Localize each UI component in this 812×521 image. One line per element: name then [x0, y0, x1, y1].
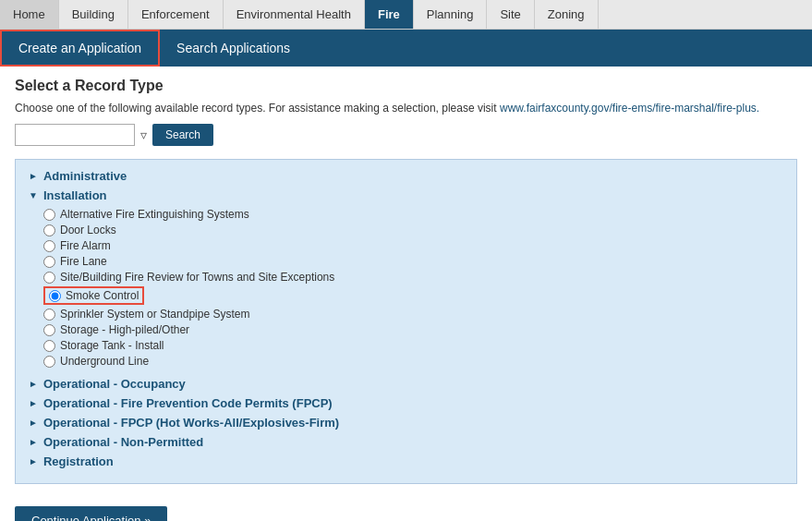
search-applications-btn[interactable]: Search Applications [160, 31, 307, 65]
radio-site-building-fire-review[interactable] [43, 272, 55, 284]
label-smoke-control[interactable]: Smoke Control [66, 289, 139, 302]
radio-door-locks[interactable] [43, 224, 55, 236]
label-storage-tank-install[interactable]: Storage Tank - Install [60, 339, 164, 352]
nav-tab-enforcement[interactable]: Enforcement [128, 0, 224, 29]
label-underground-line[interactable]: Underground Line [60, 355, 149, 368]
assistance-link[interactable]: www.fairfaxcounty.gov/fire-ems/fire-mars… [500, 102, 759, 115]
nav-tab-planning[interactable]: Planning [414, 0, 488, 29]
group-registration[interactable]: ► Registration [29, 454, 783, 468]
instruction-main: Choose one of the following available re… [15, 102, 266, 115]
group-operational-occupancy-label: Operational - Occupancy [43, 377, 186, 391]
record-list-container: ► Administrative ▼ Installation Alternat… [15, 159, 797, 484]
group-operational-fpcp[interactable]: ► Operational - Fire Prevention Code Per… [29, 396, 783, 410]
installation-items: Alternative Fire Extinguishing Systems D… [29, 208, 783, 368]
label-sprinkler-standpipe[interactable]: Sprinkler System or Standpipe System [60, 308, 249, 321]
page-title: Select a Record Type [15, 78, 797, 94]
arrow-right-icon: ► [29, 418, 38, 428]
smoke-control-highlight: Smoke Control [43, 286, 144, 305]
sub-nav: Create an Application Search Application… [0, 30, 812, 67]
group-operational-fpcp-hot-works[interactable]: ► Operational - FPCP (Hot Works-All/Expl… [29, 416, 783, 430]
list-item: Storage - High-piled/Other [43, 323, 783, 336]
arrow-right-icon: ► [29, 171, 38, 181]
group-operational-occupancy[interactable]: ► Operational - Occupancy [29, 377, 783, 391]
group-operational-fpcp-label: Operational - Fire Prevention Code Permi… [43, 396, 333, 410]
continue-application-button[interactable]: Continue Application » [15, 506, 167, 521]
radio-storage-tank-install[interactable] [43, 340, 55, 352]
nav-tab-zoning[interactable]: Zoning [535, 0, 599, 29]
radio-sprinkler-standpipe[interactable] [43, 309, 55, 321]
nav-tab-site[interactable]: Site [487, 0, 534, 29]
arrow-right-icon: ► [29, 398, 38, 408]
radio-fire-lane[interactable] [43, 256, 55, 268]
group-installation: ▼ Installation Alternative Fire Extingui… [29, 188, 783, 368]
search-button[interactable]: Search [152, 124, 213, 146]
create-application-btn[interactable]: Create an Application [0, 30, 160, 67]
nav-tab-fire[interactable]: Fire [365, 0, 414, 29]
group-administrative[interactable]: ► Administrative [29, 169, 783, 183]
filter-icon[interactable]: ▿ [140, 127, 147, 142]
list-item: Underground Line [43, 355, 783, 368]
list-item: Fire Alarm [43, 239, 783, 252]
label-site-building-fire-review[interactable]: Site/Building Fire Review for Towns and … [60, 271, 334, 284]
list-item: Site/Building Fire Review for Towns and … [43, 271, 783, 284]
radio-storage-high-piled[interactable] [43, 324, 55, 336]
footer: Continue Application » [0, 495, 812, 521]
radio-fire-alarm[interactable] [43, 240, 55, 252]
list-item: Alternative Fire Extinguishing Systems [43, 208, 783, 221]
search-input[interactable] [15, 124, 135, 146]
arrow-down-icon: ▼ [29, 190, 38, 200]
group-registration-label: Registration [43, 454, 114, 468]
arrow-right-icon: ► [29, 379, 38, 389]
list-item: Smoke Control [43, 286, 783, 305]
radio-underground-line[interactable] [43, 356, 55, 368]
radio-alt-fire-ext[interactable] [43, 209, 55, 221]
group-administrative-label: Administrative [43, 169, 127, 183]
group-installation-header[interactable]: ▼ Installation [29, 188, 783, 202]
arrow-right-icon: ► [29, 437, 38, 447]
list-item: Sprinkler System or Standpipe System [43, 308, 783, 321]
group-operational-fpcp-hot-works-label: Operational - FPCP (Hot Works-All/Explos… [43, 416, 339, 430]
label-alt-fire-ext[interactable]: Alternative Fire Extinguishing Systems [60, 208, 249, 221]
nav-tab-environmental-health[interactable]: Environmental Health [224, 0, 365, 29]
list-item: Storage Tank - Install [43, 339, 783, 352]
nav-tab-building[interactable]: Building [59, 0, 128, 29]
instruction-text: Choose one of the following available re… [15, 102, 797, 115]
list-item: Door Locks [43, 224, 783, 236]
assistance-text: For assistance making a selection, pleas… [269, 102, 500, 115]
label-fire-alarm[interactable]: Fire Alarm [60, 239, 111, 252]
group-operational-non-permitted-label: Operational - Non-Permitted [43, 435, 203, 449]
label-fire-lane[interactable]: Fire Lane [60, 255, 107, 268]
content-area: Select a Record Type Choose one of the f… [0, 67, 812, 495]
group-operational-non-permitted[interactable]: ► Operational - Non-Permitted [29, 435, 783, 449]
nav-bar: Home Building Enforcement Environmental … [0, 0, 812, 30]
label-door-locks[interactable]: Door Locks [60, 224, 116, 236]
list-item: Fire Lane [43, 255, 783, 268]
search-row: ▿ Search [15, 124, 797, 146]
group-installation-label: Installation [43, 188, 107, 202]
radio-smoke-control[interactable] [49, 290, 61, 302]
label-storage-high-piled[interactable]: Storage - High-piled/Other [60, 323, 189, 336]
arrow-right-icon: ► [29, 456, 38, 466]
nav-tab-home[interactable]: Home [0, 0, 59, 29]
